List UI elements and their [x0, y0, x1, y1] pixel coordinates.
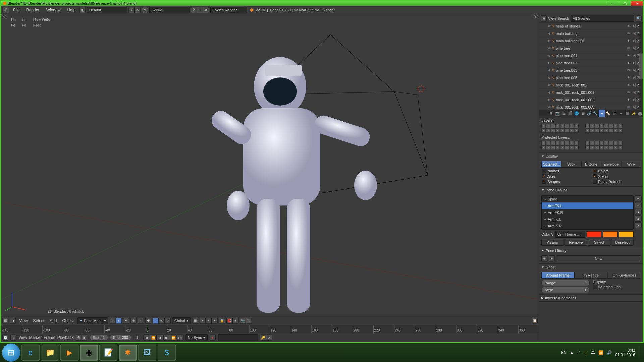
- outliner-row[interactable]: ⊕▽pine tree.003| ▽ ▽👁➤📷: [539, 67, 643, 74]
- tray-network-icon[interactable]: 🖧: [591, 350, 595, 355]
- editor-type-icon[interactable]: ⓘ: [2, 7, 9, 13]
- outliner-filter-dropdown[interactable]: All Scenes: [571, 15, 634, 22]
- tab-render-layers[interactable]: 🖼: [561, 110, 567, 117]
- bone-group-item[interactable]: ✦ArmFK.R: [542, 209, 633, 216]
- editor-type-props-icon[interactable]: ▤: [547, 110, 554, 116]
- ghost-around-frame[interactable]: Around Frame: [541, 272, 575, 279]
- layer-cell[interactable]: [570, 124, 574, 128]
- layer-cell[interactable]: [546, 141, 550, 145]
- layer-cell[interactable]: [604, 145, 608, 150]
- range-toggle-icon[interactable]: ⏱: [76, 335, 82, 341]
- tab-bone-constraints[interactable]: ⛓: [611, 110, 618, 117]
- layer-cell[interactable]: [546, 145, 550, 150]
- shading-dropdown[interactable]: ▾: [123, 318, 129, 324]
- armature-layers-2[interactable]: [585, 124, 623, 133]
- current-frame-field[interactable]: 1: [133, 335, 141, 341]
- collapse-menus-icon[interactable]: ◂: [10, 335, 16, 341]
- layer-cell[interactable]: [565, 124, 569, 128]
- task-skype-icon[interactable]: S: [158, 345, 176, 361]
- tab-armature[interactable]: ✦: [599, 110, 605, 117]
- layer-cell[interactable]: [599, 145, 604, 150]
- render-opengl-icon[interactable]: 📷: [240, 318, 246, 324]
- bone-group-move-down-button[interactable]: ▼: [635, 222, 642, 228]
- layer-cell[interactable]: [565, 145, 569, 150]
- shading-solid-icon[interactable]: ●: [116, 318, 122, 324]
- tab-world[interactable]: 🌐: [573, 110, 580, 117]
- display-bbone[interactable]: B-Bone: [581, 161, 601, 168]
- tray-sync-icon[interactable]: ◌: [584, 350, 588, 355]
- check-axes[interactable]: ✓Axes: [542, 174, 587, 178]
- tl-playback-menu[interactable]: Playback: [57, 335, 74, 340]
- range-lock-icon[interactable]: ◧: [82, 335, 88, 341]
- layer-cell[interactable]: [551, 145, 555, 150]
- display-wire[interactable]: Wire: [621, 161, 641, 168]
- layer-cell[interactable]: [570, 141, 574, 145]
- layer-cell[interactable]: [595, 145, 599, 150]
- pivot-icon[interactable]: ⊕: [130, 318, 137, 324]
- layer-cell[interactable]: [604, 141, 608, 145]
- layer-cell[interactable]: [541, 128, 546, 133]
- ghost-on-keyframes[interactable]: On Keyframes: [608, 272, 641, 279]
- scene-number[interactable]: 2: [191, 7, 197, 13]
- tab-object[interactable]: ▣: [580, 110, 586, 117]
- layer-block-3[interactable]: ▪: [212, 318, 218, 324]
- layer-cell[interactable]: [560, 124, 565, 128]
- tl-marker-menu[interactable]: Marker: [29, 335, 42, 340]
- layer-cell[interactable]: [599, 124, 604, 128]
- manipulator-rotate-icon[interactable]: ⟲: [159, 318, 165, 324]
- tab-physics[interactable]: ⬤: [637, 110, 643, 117]
- outliner-row[interactable]: ⊕▽heap of stones| ▽ ▽👁➤📷: [539, 22, 643, 30]
- tray-flag-icon[interactable]: ⚐: [577, 350, 581, 355]
- layer-block-2[interactable]: ▪: [206, 318, 212, 324]
- mode-dropdown[interactable]: ✦Pose Mode▾: [77, 317, 108, 324]
- menu-window[interactable]: Window: [44, 8, 63, 12]
- layers-toggle[interactable]: ▦: [192, 318, 198, 324]
- add-menu[interactable]: Add: [48, 318, 59, 323]
- jump-next-key-icon[interactable]: ⏩: [170, 335, 177, 341]
- bone-group-item[interactable]: ✦Spine: [542, 196, 633, 202]
- tab-particles[interactable]: ✨: [630, 110, 637, 117]
- display-stick[interactable]: Stick: [561, 161, 581, 168]
- jump-prev-key-icon[interactable]: ⏪: [150, 335, 157, 341]
- poselib-add-icon[interactable]: +: [549, 255, 555, 261]
- layer-cell[interactable]: [585, 124, 590, 128]
- outliner-row[interactable]: ⊕▽pine tree| ▽ ▽👁➤📷: [539, 45, 643, 52]
- tab-constraints[interactable]: 🔗: [586, 110, 592, 117]
- layer-cell[interactable]: [618, 124, 623, 128]
- bone-group-item[interactable]: ✦ArmIK.L: [542, 216, 633, 223]
- editor-type-outliner-icon[interactable]: ≣: [541, 15, 547, 21]
- layer-cell[interactable]: [609, 128, 613, 133]
- layer-cell[interactable]: [599, 141, 604, 145]
- window-minimize-button[interactable]: —: [607, 1, 619, 6]
- layer-cell[interactable]: [555, 124, 560, 128]
- jump-first-icon[interactable]: ⏮: [143, 335, 150, 341]
- insert-key-icon[interactable]: 🔑: [260, 335, 266, 341]
- bonegroups-panel-header[interactable]: ▼Bone Groups: [539, 187, 643, 193]
- layer-cell[interactable]: [565, 141, 569, 145]
- ghost-selected-only[interactable]: Selected Only: [593, 285, 641, 289]
- layer-cell[interactable]: [613, 128, 618, 133]
- color-swatch-3[interactable]: [619, 231, 634, 237]
- pivot-median-icon[interactable]: ·: [138, 318, 144, 324]
- layer-cell[interactable]: [613, 141, 618, 145]
- task-explorer-icon[interactable]: 📁: [41, 345, 59, 361]
- layer-cell[interactable]: [555, 141, 560, 145]
- snap-toggle-icon[interactable]: 🧲: [226, 318, 232, 324]
- layer-block-1[interactable]: ▪: [200, 318, 206, 324]
- snap-type-icon[interactable]: ▾: [232, 318, 238, 324]
- start-button[interactable]: ⊞: [2, 344, 20, 362]
- layer-cell[interactable]: [546, 128, 550, 133]
- tl-frame-menu[interactable]: Frame: [44, 335, 55, 340]
- manipulator-translate-icon[interactable]: ↔: [153, 318, 159, 324]
- end-frame-field[interactable]: End:250: [110, 335, 131, 341]
- outliner-row[interactable]: ⊕▽pine tree.005| ▽ ▽👁➤📷: [539, 74, 643, 81]
- delete-scene-button[interactable]: ✕: [203, 7, 209, 13]
- play-icon[interactable]: ▶: [163, 335, 170, 341]
- ghost-panel-header[interactable]: ▼Ghost: [539, 264, 643, 270]
- copy-pose-icon[interactable]: 📋: [532, 318, 538, 324]
- show-desktop-button[interactable]: [639, 346, 642, 359]
- start-frame-field[interactable]: Start:1: [90, 335, 108, 341]
- keying-set-dropdown[interactable]: [218, 334, 258, 341]
- layer-cell[interactable]: [574, 124, 579, 128]
- outliner-search-icon[interactable]: 🔍: [636, 15, 642, 21]
